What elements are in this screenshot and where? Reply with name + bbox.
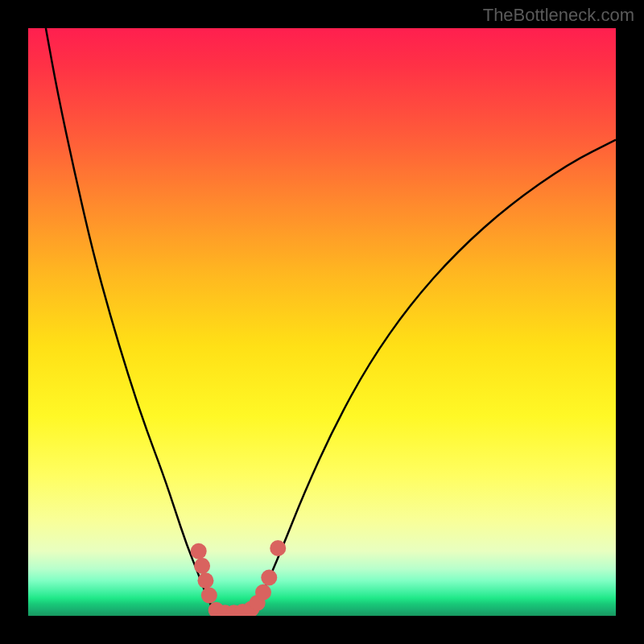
- marker-dot: [201, 587, 217, 603]
- attribution-text: TheBottleneck.com: [483, 5, 634, 26]
- plot-area: [28, 28, 616, 616]
- marker-dot: [255, 584, 271, 601]
- highlighted-markers: [191, 540, 287, 616]
- marker-dot: [261, 570, 277, 586]
- marker-dot: [270, 540, 286, 556]
- marker-dot: [191, 543, 207, 559]
- curve-left-branch: [46, 28, 217, 616]
- marker-dot: [194, 558, 210, 574]
- chart-container: TheBottleneck.com: [0, 0, 644, 644]
- chart-svg: [28, 28, 616, 616]
- curve-right-branch: [251, 140, 616, 616]
- marker-dot: [197, 572, 213, 588]
